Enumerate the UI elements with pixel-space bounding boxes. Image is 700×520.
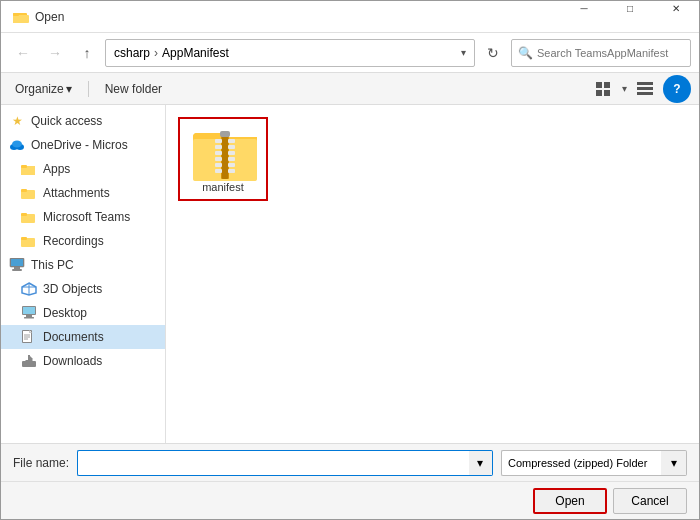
view-icon-button[interactable] xyxy=(590,77,618,101)
search-input[interactable] xyxy=(537,47,684,59)
breadcrumb-item-root: csharp xyxy=(114,46,150,60)
sidebar-item-quick-access[interactable]: ★ Quick access xyxy=(1,109,165,133)
sidebar-item-recordings[interactable]: Recordings xyxy=(1,229,165,253)
onedrive-label: OneDrive - Micros xyxy=(31,138,128,152)
svg-rect-45 xyxy=(222,133,228,179)
sidebar-item-desktop[interactable]: Desktop xyxy=(1,301,165,325)
main-file-area: manifest xyxy=(166,105,699,443)
title-bar-left: Open xyxy=(13,9,64,25)
apps-folder-icon xyxy=(21,161,37,177)
apps-label: Apps xyxy=(43,162,70,176)
file-type-select[interactable]: Compressed (zipped) Folder xyxy=(501,450,661,476)
maximize-button[interactable]: □ xyxy=(607,0,653,25)
file-name-input-wrap: ▾ xyxy=(77,450,493,476)
help-label: ? xyxy=(673,82,680,96)
thispc-icon xyxy=(9,257,25,273)
file-item-label: manifest xyxy=(202,181,244,193)
downloads-icon xyxy=(21,353,37,369)
open-dialog: Open ─ □ ✕ ← → ↑ csharp › AppManifest ▾ … xyxy=(0,0,700,520)
svg-rect-48 xyxy=(228,139,235,143)
sidebar-item-downloads[interactable]: Downloads xyxy=(1,349,165,373)
view-list-button[interactable] xyxy=(631,77,659,101)
3d-objects-label: 3D Objects xyxy=(43,282,102,296)
svg-rect-19 xyxy=(21,213,27,216)
breadcrumb[interactable]: csharp › AppManifest ▾ xyxy=(105,39,475,67)
svg-rect-47 xyxy=(215,139,222,143)
up-button[interactable]: ↑ xyxy=(73,39,101,67)
svg-rect-32 xyxy=(24,317,34,319)
toolbar-separator xyxy=(88,81,89,97)
breadcrumb-dropdown-icon: ▾ xyxy=(461,47,466,58)
svg-rect-15 xyxy=(21,165,27,168)
svg-rect-25 xyxy=(12,269,22,271)
minimize-button[interactable]: ─ xyxy=(561,0,607,25)
sidebar: ★ Quick access OneDrive - Micros xyxy=(1,105,166,443)
close-button[interactable]: ✕ xyxy=(653,0,699,25)
bottom-section: File name: ▾ Compressed (zipped) Folder … xyxy=(1,443,699,519)
organize-button[interactable]: Organize ▾ xyxy=(9,80,78,98)
svg-rect-17 xyxy=(21,189,27,192)
forward-button[interactable]: → xyxy=(41,39,69,67)
sidebar-item-onedrive[interactable]: OneDrive - Micros xyxy=(1,133,165,157)
sidebar-item-3d-objects[interactable]: 3D Objects xyxy=(1,277,165,301)
desktop-icon xyxy=(21,305,37,321)
file-name-dropdown[interactable]: ▾ xyxy=(469,450,493,476)
back-button[interactable]: ← xyxy=(9,39,37,67)
file-name-label: File name: xyxy=(13,456,69,470)
onedrive-icon xyxy=(9,137,25,153)
sidebar-item-attachments[interactable]: Attachments xyxy=(1,181,165,205)
documents-label: Documents xyxy=(43,330,104,344)
svg-rect-30 xyxy=(23,307,35,314)
help-button[interactable]: ? xyxy=(663,75,691,103)
3d-objects-icon xyxy=(21,281,37,297)
desktop-label: Desktop xyxy=(43,306,87,320)
content-area: ★ Quick access OneDrive - Micros xyxy=(1,105,699,443)
sidebar-item-this-pc[interactable]: This PC xyxy=(1,253,165,277)
file-name-input[interactable] xyxy=(77,450,468,476)
attachments-folder-icon xyxy=(21,185,37,201)
downloads-label: Downloads xyxy=(43,354,102,368)
sidebar-item-documents[interactable]: Documents xyxy=(1,325,165,349)
refresh-button[interactable]: ↻ xyxy=(479,39,507,67)
svg-rect-23 xyxy=(11,259,23,266)
quick-access-label: Quick access xyxy=(31,114,102,128)
view-list-icon xyxy=(637,82,653,96)
sidebar-item-microsoft-teams[interactable]: Microsoft Teams xyxy=(1,205,165,229)
svg-rect-57 xyxy=(215,169,222,173)
organize-arrow: ▾ xyxy=(66,82,72,96)
svg-rect-50 xyxy=(228,145,235,149)
svg-rect-51 xyxy=(215,151,222,155)
file-type-dropdown-icon: ▾ xyxy=(671,456,677,470)
toolbar-right: ▾ ? xyxy=(590,75,691,103)
new-folder-button[interactable]: New folder xyxy=(99,80,168,98)
sidebar-item-apps[interactable]: Apps xyxy=(1,157,165,181)
file-type-select-wrap: Compressed (zipped) Folder ▾ xyxy=(501,450,687,476)
window-icon xyxy=(13,9,29,25)
attachments-label: Attachments xyxy=(43,186,110,200)
quick-access-icon: ★ xyxy=(9,113,25,129)
svg-rect-3 xyxy=(596,82,602,88)
svg-rect-56 xyxy=(228,163,235,167)
nav-bar: ← → ↑ csharp › AppManifest ▾ ↻ 🔍 xyxy=(1,33,699,73)
documents-icon xyxy=(21,329,37,345)
svg-rect-7 xyxy=(637,82,653,85)
search-icon: 🔍 xyxy=(518,46,533,60)
organize-label: Organize xyxy=(15,82,64,96)
open-button[interactable]: Open xyxy=(533,488,607,514)
zip-folder-svg xyxy=(193,125,257,181)
file-item-manifest[interactable]: manifest xyxy=(178,117,268,201)
svg-rect-58 xyxy=(228,169,235,173)
recordings-label: Recordings xyxy=(43,234,104,248)
svg-rect-8 xyxy=(637,87,653,90)
cancel-button[interactable]: Cancel xyxy=(613,488,687,514)
zip-folder-icon xyxy=(193,125,253,177)
search-box: 🔍 xyxy=(511,39,691,67)
svg-rect-55 xyxy=(215,163,222,167)
svg-rect-6 xyxy=(604,90,610,96)
file-type-label: Compressed (zipped) Folder xyxy=(508,457,647,469)
file-type-dropdown[interactable]: ▾ xyxy=(661,450,687,476)
title-controls: ─ □ ✕ xyxy=(549,1,687,33)
svg-point-12 xyxy=(12,141,22,148)
bottom-row2: Open Cancel xyxy=(1,481,699,519)
view-grid-icon xyxy=(596,82,612,96)
